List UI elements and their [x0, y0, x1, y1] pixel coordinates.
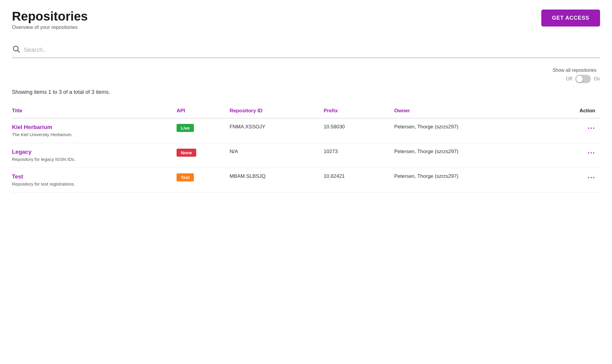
- cell-action-1: ···: [541, 143, 600, 168]
- show-all-toggle[interactable]: [575, 75, 591, 83]
- title-block: Repositories Overview of your repositori…: [12, 10, 88, 30]
- more-actions-button-2[interactable]: ···: [541, 173, 595, 182]
- repositories-table: Title API Repository ID Prefix Owner Act…: [12, 105, 600, 193]
- table-row: Test Repository for test registrations. …: [12, 168, 600, 193]
- search-input[interactable]: [24, 46, 600, 53]
- col-header-api: API: [177, 105, 229, 118]
- cell-api-1: None: [177, 143, 229, 168]
- cell-owner-0: Petersen, Thorge (szrzs297): [394, 118, 541, 143]
- cell-owner-1: Petersen, Thorge (szrzs297): [394, 143, 541, 168]
- toggle-thumb: [576, 76, 583, 82]
- cell-title-2: Test Repository for test registrations.: [12, 168, 177, 193]
- toggle-track: [575, 75, 591, 83]
- col-header-prefix: Prefix: [324, 105, 394, 118]
- cell-prefix-2: 10.82421: [324, 168, 394, 193]
- prefix-2: 10.82421: [324, 173, 345, 179]
- col-header-owner: Owner: [394, 105, 541, 118]
- col-header-repoid: Repository ID: [230, 105, 324, 118]
- toggle-area: Show all repositories Off On: [12, 68, 600, 83]
- toggle-row: Off On: [566, 75, 600, 83]
- table-body: Kiel Herbarium The Kiel University Herba…: [12, 118, 600, 193]
- more-actions-button-1[interactable]: ···: [541, 149, 595, 157]
- svg-point-0: [13, 46, 18, 51]
- toggle-off-label: Off: [566, 76, 572, 82]
- repo-id-1: N/A: [230, 149, 238, 154]
- owner-2: Petersen, Thorge (szrzs297): [394, 173, 458, 179]
- cell-owner-2: Petersen, Thorge (szrzs297): [394, 168, 541, 193]
- page-title: Repositories: [12, 10, 88, 23]
- api-badge-2: Test: [177, 173, 194, 181]
- repo-link-2[interactable]: Test: [12, 173, 172, 180]
- toggle-on-label: On: [594, 76, 600, 82]
- prefix-0: 10.58030: [324, 124, 345, 130]
- repo-id-2: MBAM.SLBSJQ: [230, 173, 266, 179]
- showing-text: Showing items 1 to 3 of a total of 3 ite…: [12, 89, 600, 95]
- repo-desc-1: Repository for legacy IGSN IDs.: [12, 157, 75, 162]
- table-row: Kiel Herbarium The Kiel University Herba…: [12, 118, 600, 143]
- cell-action-2: ···: [541, 168, 600, 193]
- cell-api-2: Test: [177, 168, 229, 193]
- table-header: Title API Repository ID Prefix Owner Act…: [12, 105, 600, 118]
- api-badge-0: Live: [177, 124, 194, 132]
- cell-api-0: Live: [177, 118, 229, 143]
- get-access-button[interactable]: GET ACCESS: [541, 10, 600, 27]
- cell-repoid-2: MBAM.SLBSJQ: [230, 168, 324, 193]
- col-header-title: Title: [12, 105, 177, 118]
- cell-repoid-1: N/A: [230, 143, 324, 168]
- page-subtitle: Overview of your repositories: [12, 24, 88, 30]
- repo-desc-0: The Kiel University Herbarium.: [12, 132, 72, 137]
- cell-repoid-0: FNMA.XSSOJY: [230, 118, 324, 143]
- search-icon: [12, 45, 20, 55]
- repo-link-1[interactable]: Legacy: [12, 149, 172, 155]
- api-badge-1: None: [177, 149, 196, 157]
- repo-desc-2: Repository for test registrations.: [12, 181, 75, 186]
- owner-1: Petersen, Thorge (szrzs297): [394, 149, 458, 154]
- cell-title-1: Legacy Repository for legacy IGSN IDs.: [12, 143, 177, 168]
- toggle-section: Show all repositories Off On: [552, 68, 600, 83]
- cell-title-0: Kiel Herbarium The Kiel University Herba…: [12, 118, 177, 143]
- svg-line-1: [18, 51, 20, 52]
- owner-0: Petersen, Thorge (szrzs297): [394, 124, 458, 130]
- cell-action-0: ···: [541, 118, 600, 143]
- page-header: Repositories Overview of your repositori…: [12, 10, 600, 30]
- more-actions-button-0[interactable]: ···: [541, 124, 595, 132]
- prefix-1: 10273: [324, 149, 338, 154]
- show-all-label: Show all repositories: [552, 68, 596, 73]
- cell-prefix-0: 10.58030: [324, 118, 394, 143]
- cell-prefix-1: 10273: [324, 143, 394, 168]
- search-bar: [12, 45, 600, 58]
- repo-id-0: FNMA.XSSOJY: [230, 124, 265, 130]
- repo-link-0[interactable]: Kiel Herbarium: [12, 124, 172, 130]
- table-row: Legacy Repository for legacy IGSN IDs. N…: [12, 143, 600, 168]
- col-header-action: Action: [541, 105, 600, 118]
